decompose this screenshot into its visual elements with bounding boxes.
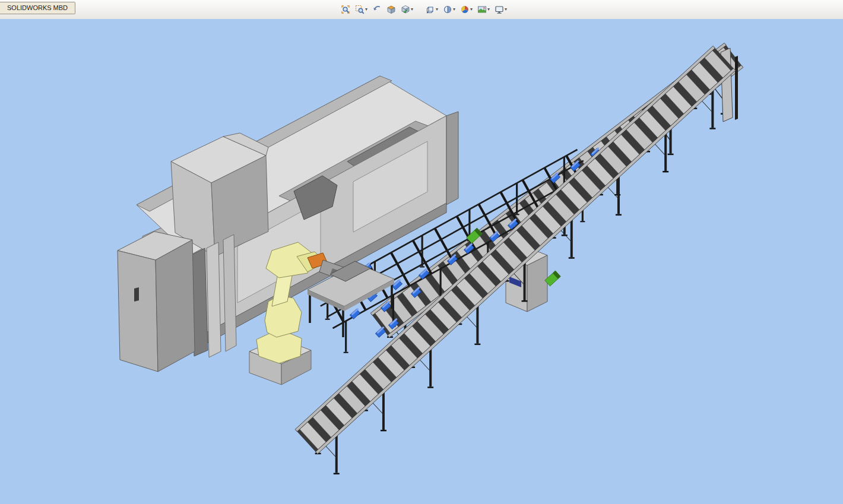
zoom-to-fit-icon [341,5,350,14]
dropdown-arrow-icon[interactable]: ▾ [411,7,413,12]
dynamic-annotation-views-button[interactable]: ▾ [399,4,415,15]
apply-scene-button[interactable]: ▾ [476,4,492,15]
graphics-viewport[interactable] [0,19,843,504]
view-settings-icon [495,5,504,14]
display-style-button[interactable]: ▾ [441,4,457,15]
3d-model-view[interactable] [0,19,843,504]
electrical-cabinet[interactable] [118,232,195,372]
dropdown-arrow-icon[interactable]: ▾ [453,7,455,12]
solidworks-mbd-tab[interactable]: SOLIDWORKS MBD [0,2,75,14]
dropdown-arrow-icon[interactable]: ▾ [470,7,473,12]
heads-up-toolbar: ▾▾▾▾▾▾▾ [338,2,509,17]
zoom-to-fit-button[interactable] [339,4,352,15]
dropdown-arrow-icon[interactable]: ▾ [505,7,507,12]
view-orientation-button[interactable]: ▾ [424,4,440,15]
previous-view-button[interactable] [370,4,384,15]
dynamic-annotation-views-icon [401,5,410,14]
dropdown-arrow-icon[interactable]: ▾ [436,7,438,12]
dropdown-arrow-icon[interactable]: ▾ [365,7,367,12]
section-view-icon [386,5,396,14]
dropdown-arrow-icon[interactable]: ▾ [487,7,490,12]
apply-scene-icon [477,5,487,14]
edit-appearance-icon [460,5,470,14]
view-settings-button[interactable]: ▾ [493,4,509,15]
display-style-icon [443,5,452,14]
previous-view-icon [372,5,382,14]
edit-appearance-button[interactable]: ▾ [458,4,474,15]
zoom-to-area-icon [355,5,365,14]
top-toolbar-strip: SOLIDWORKS MBD ▾▾▾▾▾▾▾ [0,0,843,19]
zoom-to-area-button[interactable]: ▾ [353,4,369,15]
section-view-button[interactable] [385,4,398,15]
view-orientation-icon [426,5,435,14]
